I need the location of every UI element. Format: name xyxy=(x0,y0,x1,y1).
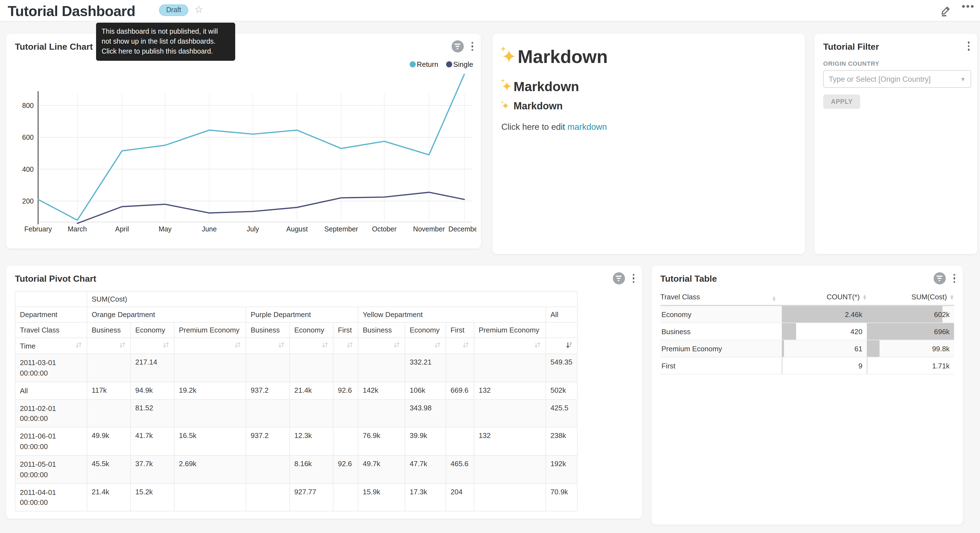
pivot-row-label: 2011-05-01 00:00:00 xyxy=(15,455,87,483)
pivot-cell: 15.2k xyxy=(130,483,174,511)
pivot-cell: 17.3k xyxy=(405,483,446,511)
pivot-cell: 21.4k xyxy=(290,381,333,399)
table-cell-count: 61 xyxy=(782,340,867,357)
pivot-table: SUM(Cost)DepartmentOrange DepartmentPurp… xyxy=(15,291,578,512)
table-cell-count: 420 xyxy=(782,323,867,340)
pivot-department-row: DepartmentOrange DepartmentPurple Depart… xyxy=(15,307,577,322)
pivot-cell: 41.7k xyxy=(130,427,174,455)
markdown-paragraph: Click here to edit markdown xyxy=(501,122,607,132)
more-options-icon[interactable]: ••• xyxy=(962,1,975,12)
table-cell-sum: 696k xyxy=(867,323,954,340)
sort-icon[interactable]: ▲▼ xyxy=(950,294,954,300)
pivot-cell xyxy=(333,354,358,381)
pivot-corner-cell xyxy=(15,291,87,307)
filter-panel-title: Tutorial Filter xyxy=(823,42,879,52)
table-cell-count: 9 xyxy=(782,357,867,374)
sparkles-icon: ✦✦ xyxy=(501,79,512,94)
svg-text:September: September xyxy=(325,225,358,233)
pivot-row-label: 2011-03-01 00:00:00 xyxy=(15,354,87,381)
sort-icon[interactable]: ▲▼ xyxy=(772,296,776,302)
favorite-star-icon[interactable]: ☆ xyxy=(194,3,203,16)
sort-icon[interactable] xyxy=(462,342,469,350)
table-header-travel-class[interactable]: Travel Class▲▼ xyxy=(660,292,782,302)
pivot-cell xyxy=(246,399,290,427)
kebab-menu-icon[interactable] xyxy=(632,273,635,284)
pivot-cell xyxy=(358,354,405,381)
markdown-h1: ✦✦Markdown xyxy=(501,46,608,67)
pivot-cell: 81.52 xyxy=(130,399,174,427)
pivot-cell xyxy=(87,399,130,427)
svg-text:November: November xyxy=(413,225,445,233)
draft-badge[interactable]: Draft xyxy=(159,5,188,16)
kebab-menu-icon[interactable] xyxy=(952,273,956,284)
pivot-cell: 16.5k xyxy=(174,427,246,455)
pivot-col-header: First xyxy=(446,322,474,338)
pivot-cell: 117k xyxy=(87,381,130,399)
pivot-cell xyxy=(290,399,333,427)
pivot-cell: 21.4k xyxy=(87,483,130,511)
pivot-cell: 45.5k xyxy=(87,455,130,483)
pivot-data-row: 2011-06-01 00:00:0049.9k41.7k16.5k937.21… xyxy=(15,427,577,455)
pivot-dim-label: Department xyxy=(15,307,87,322)
pivot-cell: 238k xyxy=(546,427,577,455)
sort-icon[interactable] xyxy=(162,342,170,350)
pivot-cell: 15.9k xyxy=(358,483,405,511)
svg-text:May: May xyxy=(159,225,172,233)
sort-icon[interactable] xyxy=(278,342,285,350)
pivot-row-label: 2011-06-01 00:00:00 xyxy=(15,427,87,455)
table-header-count[interactable]: COUNT(*)▲▼ xyxy=(782,293,867,301)
table-panel-title: Tutorial Table xyxy=(660,274,717,284)
publish-tooltip: This dashboard is not published, it will… xyxy=(96,22,235,61)
apply-button[interactable]: APPLY xyxy=(823,94,861,109)
pivot-col-header: First xyxy=(333,322,358,338)
sort-icon[interactable] xyxy=(434,342,441,350)
pivot-cell: 92.6 xyxy=(333,455,358,483)
sort-icon[interactable] xyxy=(234,342,241,350)
pivot-metric-header: SUM(Cost) xyxy=(87,291,577,307)
pivot-cell xyxy=(333,483,358,511)
origin-country-label: ORIGIN COUNTRY xyxy=(823,60,880,67)
pivot-col-header: Premium Economy xyxy=(174,322,246,338)
pivot-data-row: All117k94.9k19.2k937.221.4k92.6142k106k6… xyxy=(15,381,577,399)
pivot-data-row: 2011-03-01 00:00:00217.14332.21549.35 xyxy=(15,354,577,381)
pivot-cell xyxy=(174,483,246,511)
pivot-cell: 70.9k xyxy=(546,483,577,511)
sort-desc-icon[interactable] xyxy=(565,342,573,350)
table-cell-travel-class: Business xyxy=(660,323,782,340)
origin-country-select[interactable]: Type or Select [Origin Country] ▼ xyxy=(823,70,971,88)
filter-scope-icon[interactable] xyxy=(612,272,625,284)
pivot-group-header: All xyxy=(546,307,577,322)
svg-text:200: 200 xyxy=(22,197,34,205)
pivot-cell xyxy=(333,427,358,455)
pivot-cell xyxy=(246,483,290,511)
pivot-cell: 132 xyxy=(474,427,546,455)
sort-icon[interactable] xyxy=(119,342,126,350)
table-header-sum[interactable]: SUM(Cost)▲▼ xyxy=(867,293,954,301)
svg-text:August: August xyxy=(286,225,308,233)
pivot-cell xyxy=(446,427,474,455)
sort-icon[interactable] xyxy=(534,342,541,350)
svg-text:October: October xyxy=(372,225,397,233)
pivot-class-row: Travel ClassBusinessEconomyPremium Econo… xyxy=(15,322,577,338)
pivot-cell: 425.5 xyxy=(546,399,577,427)
sort-icon[interactable] xyxy=(321,342,329,350)
sparkles-icon: ✦✦ xyxy=(501,46,517,67)
chevron-down-icon: ▼ xyxy=(960,76,966,82)
table-cell-sum: 602k xyxy=(867,306,954,322)
pivot-cell xyxy=(174,399,246,427)
sort-icon[interactable] xyxy=(393,342,400,350)
markdown-edit-link[interactable]: markdown xyxy=(568,122,607,131)
data-table: Travel Class▲▼COUNT(*)▲▼SUM(Cost)▲▼Econo… xyxy=(660,290,954,375)
filter-scope-icon[interactable] xyxy=(933,272,945,284)
sort-icon[interactable] xyxy=(346,342,353,350)
pivot-cell: 549.35 xyxy=(546,354,577,381)
pivot-cell: 49.7k xyxy=(358,455,405,483)
table-row: Premium Economy6199.8k xyxy=(660,340,954,357)
sort-icon[interactable] xyxy=(75,342,82,350)
edit-pencil-icon[interactable] xyxy=(940,5,952,17)
markdown-panel: ✦✦Markdown ✦✦Markdown ✦✦Markdown Click h… xyxy=(493,34,805,254)
kebab-menu-icon[interactable] xyxy=(966,40,970,52)
pivot-cell xyxy=(87,354,130,381)
pivot-cell: 8.16k xyxy=(290,455,333,483)
sort-icon[interactable]: ▲▼ xyxy=(862,294,867,300)
